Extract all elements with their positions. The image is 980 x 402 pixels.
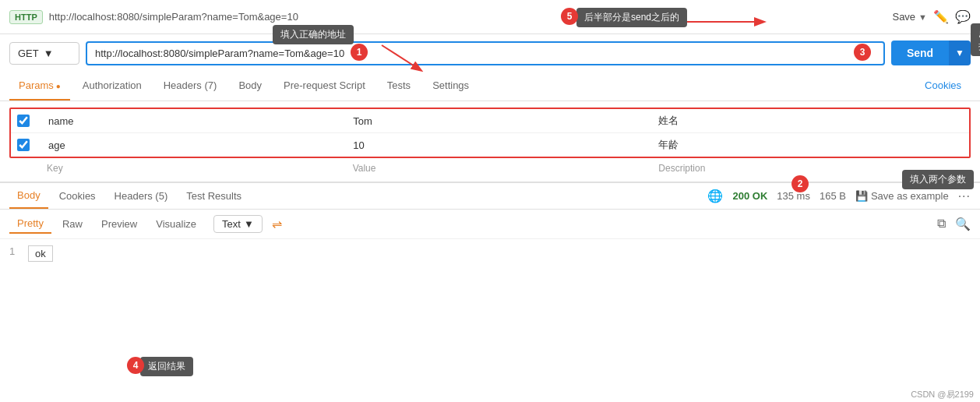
text-format-chevron-icon: ▼ xyxy=(244,218,254,230)
response-size: 165 B xyxy=(820,190,846,202)
tab-params[interactable]: Params● xyxy=(9,72,70,100)
param-name-desc: 姓名 xyxy=(658,114,963,128)
page-wrapper: HTTP http://localhost:8080/simpleParam?n… xyxy=(0,0,980,402)
response-time: 135 ms xyxy=(777,190,810,202)
ann-circle-5: 5 xyxy=(561,8,578,25)
ann-circle-1: 1 xyxy=(351,44,368,61)
annotation-5-text: 后半部分是send之后的 xyxy=(576,8,687,27)
resp-tab-headers[interactable]: Headers (5) xyxy=(107,184,176,208)
param-age-key: age xyxy=(48,139,353,151)
annotation-4-text: 返回结果 xyxy=(140,357,193,376)
top-bar: HTTP http://localhost:8080/simpleParam?n… xyxy=(0,0,980,34)
params-footer-key: Key xyxy=(47,163,353,174)
resp-tab-cookies[interactable]: Cookies xyxy=(51,184,104,208)
url-input[interactable]: http://localhost:8080/simpleParam?name=T… xyxy=(86,41,885,65)
save-example-button[interactable]: 💾 Save as example xyxy=(855,190,949,202)
line-number: 1 xyxy=(9,245,22,257)
tab-settings[interactable]: Settings xyxy=(423,72,478,100)
text-format-label: Text xyxy=(222,218,241,230)
send-chevron-button[interactable]: ▼ xyxy=(949,41,971,65)
body-tab-pretty[interactable]: Pretty xyxy=(9,214,51,234)
ann-circle-4: 4 xyxy=(127,357,144,374)
copy-icon[interactable]: ⧉ xyxy=(937,217,946,231)
response-value: ok xyxy=(28,245,53,262)
tab-headers[interactable]: Headers (7) xyxy=(154,72,227,100)
param-row-age: age 10 年龄 xyxy=(11,133,969,157)
top-url: http://localhost:8080/simpleParam?name=T… xyxy=(49,11,887,23)
send-group: Send ▼ xyxy=(891,41,971,65)
params-table: name Tom 姓名 age 10 年龄 xyxy=(9,108,971,158)
annotation-2-text: 填入两个参数 xyxy=(902,170,974,189)
chevron-down-icon[interactable]: ▼ xyxy=(918,12,927,22)
response-tabs-row: Body Cookies Headers (5) Test Results 🌐 … xyxy=(0,183,980,210)
response-body-sub-tabs: Pretty Raw Preview Visualize Text ▼ ⇌ ⧉ … xyxy=(0,210,980,239)
params-footer-row: Key Value Description xyxy=(9,158,971,178)
tab-tests[interactable]: Tests xyxy=(378,72,420,100)
ann-circle-3: 3 xyxy=(854,44,871,61)
param-row-name: name Tom 姓名 xyxy=(11,109,969,133)
response-section: Body Cookies Headers (5) Test Results 🌐 … xyxy=(0,182,980,268)
ann-circle-2: 2 xyxy=(791,175,809,192)
http-badge: HTTP xyxy=(9,10,43,24)
params-footer-value: Value xyxy=(353,163,659,174)
method-select[interactable]: GET ▼ xyxy=(9,42,79,65)
body-tab-raw[interactable]: Raw xyxy=(55,215,90,233)
search-icon[interactable]: 🔍 xyxy=(955,217,971,231)
globe-icon: 🌐 xyxy=(707,189,723,203)
save-example-label: Save as example xyxy=(871,190,949,202)
tab-pre-request[interactable]: Pre-request Script xyxy=(274,72,375,100)
resp-tab-test-results[interactable]: Test Results xyxy=(178,184,249,208)
method-label: GET xyxy=(18,48,39,59)
wrap-icon[interactable]: ⇌ xyxy=(272,217,282,231)
param-age-desc: 年龄 xyxy=(658,138,963,152)
body-tab-preview[interactable]: Preview xyxy=(93,215,145,233)
resp-status-area: 🌐 200 OK 135 ms 165 B 💾 Save as example … xyxy=(707,189,971,203)
tab-authorization[interactable]: Authorization xyxy=(73,72,151,100)
method-chevron-icon: ▼ xyxy=(44,48,54,59)
url-value: http://localhost:8080/simpleParam?name=T… xyxy=(95,48,344,59)
watermark: CSDN @易2199 xyxy=(911,389,974,400)
status-ok-badge: 200 OK xyxy=(732,190,767,202)
param-name-checkbox[interactable] xyxy=(17,115,30,127)
more-options-button[interactable]: ··· xyxy=(958,189,971,203)
annotation-3-text: 点击send按钮 xyxy=(971,23,980,56)
param-age-value: 10 xyxy=(353,139,657,151)
send-button[interactable]: Send xyxy=(891,41,949,65)
annotation-1-text: 填入正确的地址 xyxy=(273,25,354,44)
params-section: name Tom 姓名 age 10 年龄 Key Value Descript… xyxy=(0,108,980,178)
tab-body[interactable]: Body xyxy=(229,72,271,100)
save-btn-area: Save ▼ xyxy=(892,11,927,23)
param-age-checkbox[interactable] xyxy=(17,139,30,151)
body-tab-visualize[interactable]: Visualize xyxy=(148,215,204,233)
save-label: Save xyxy=(892,11,915,23)
params-dot: ● xyxy=(56,82,61,90)
comment-icon[interactable]: 💬 xyxy=(955,9,971,24)
response-content: 1 ok xyxy=(0,239,980,268)
text-format-select[interactable]: Text ▼ xyxy=(213,215,263,233)
param-name-value: Tom xyxy=(353,115,657,127)
body-icons: ⧉ 🔍 xyxy=(937,217,971,231)
save-icon: 💾 xyxy=(855,190,868,202)
edit-icon[interactable]: ✏️ xyxy=(933,9,949,24)
param-name-key: name xyxy=(48,115,353,127)
resp-tab-body[interactable]: Body xyxy=(9,183,48,209)
tab-cookies[interactable]: Cookies xyxy=(915,72,971,100)
url-bar-row: GET ▼ http://localhost:8080/simpleParam?… xyxy=(0,34,980,72)
request-tabs-row: Params● Authorization Headers (7) Body P… xyxy=(0,72,980,101)
